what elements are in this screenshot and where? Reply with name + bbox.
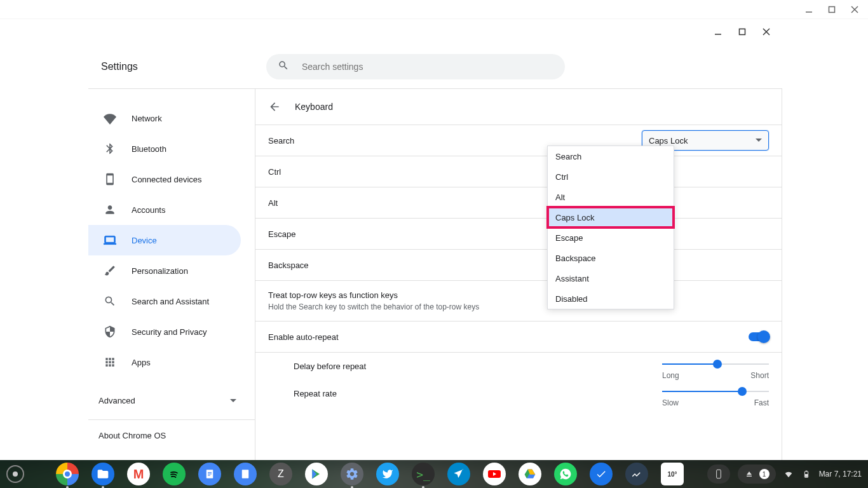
- system-tray[interactable]: 1 Mar 7, 17:21: [707, 464, 862, 484]
- slider-max-label: Short: [750, 371, 769, 380]
- setting-row-function-keys: Treat top-row keys as function keys Hold…: [255, 280, 782, 321]
- bluetooth-icon: [104, 142, 116, 155]
- youtube-icon[interactable]: [483, 463, 506, 485]
- sidebar-item-device[interactable]: Device: [88, 225, 241, 255]
- outer-minimize-button[interactable]: [799, 2, 818, 17]
- svg-rect-18: [805, 474, 808, 477]
- dropdown-option-caps-lock[interactable]: Caps Lock: [548, 207, 674, 227]
- settings-body: Network Bluetooth Connected devices Acco…: [88, 89, 782, 460]
- weather-widget-icon[interactable]: 10°: [661, 463, 684, 485]
- search-input[interactable]: [302, 62, 553, 72]
- sidebar-item-connected-devices[interactable]: Connected devices: [88, 164, 241, 194]
- sidebar-item-label: Bluetooth: [132, 144, 166, 154]
- back-button[interactable]: [268, 100, 281, 113]
- setting-label: Ctrl: [268, 167, 281, 177]
- inner-close-button[interactable]: [757, 24, 776, 39]
- outer-window: Settings Network Bluetooth Connected dev…: [0, 0, 868, 460]
- taskbar: M Z >_ 10° 1 Mar 7, 17:21: [0, 460, 868, 488]
- sidebar-item-personalization[interactable]: Personalization: [88, 255, 241, 286]
- outer-titlebar: [0, 0, 868, 19]
- dropdown-option-search[interactable]: Search: [548, 146, 674, 166]
- auto-repeat-toggle[interactable]: [749, 332, 769, 341]
- docs-icon[interactable]: [198, 463, 221, 485]
- svg-rect-14: [716, 470, 721, 478]
- gmail-icon[interactable]: M: [127, 463, 150, 485]
- outer-maximize-button[interactable]: [822, 2, 841, 17]
- sidebar-item-apps[interactable]: Apps: [88, 347, 241, 377]
- slider-min-label: Slow: [662, 398, 679, 407]
- launcher-button[interactable]: [6, 465, 24, 483]
- select-value: Caps Lock: [649, 136, 688, 146]
- twitter-icon[interactable]: [376, 463, 399, 485]
- svg-rect-17: [805, 471, 807, 471]
- telegram-icon[interactable]: [447, 463, 470, 485]
- setting-label: Escape: [268, 229, 295, 239]
- dropdown-option-assistant[interactable]: Assistant: [548, 268, 674, 288]
- sidebar-item-network[interactable]: Network: [88, 103, 241, 133]
- chrome-icon[interactable]: [56, 463, 79, 485]
- search-icon: [278, 60, 289, 74]
- svg-rect-1: [829, 6, 835, 12]
- search-icon: [104, 295, 116, 308]
- drive-icon[interactable]: [519, 463, 541, 485]
- play-store-icon[interactable]: [305, 463, 328, 485]
- dropdown-option-backspace[interactable]: Backspace: [548, 248, 674, 268]
- svg-rect-12: [242, 470, 249, 478]
- dropdown-option-ctrl[interactable]: Ctrl: [548, 166, 674, 187]
- inner-maximize-button[interactable]: [733, 24, 752, 39]
- app-z-icon[interactable]: Z: [269, 463, 292, 485]
- spotify-icon[interactable]: [163, 463, 186, 485]
- sidebar-item-accounts[interactable]: Accounts: [88, 194, 241, 225]
- sidebar-item-label: Apps: [132, 358, 151, 367]
- outer-close-button[interactable]: [845, 2, 864, 17]
- page-title: Keyboard: [295, 102, 333, 112]
- whatsapp-icon[interactable]: [554, 463, 577, 485]
- inner-minimize-button[interactable]: [709, 24, 728, 39]
- settings-icon[interactable]: [341, 463, 363, 485]
- sidebar-item-label: Personalization: [132, 266, 188, 276]
- analytics-app-icon[interactable]: [625, 463, 648, 485]
- search-box[interactable]: [266, 54, 565, 79]
- setting-row-alt: Alt: [255, 187, 782, 218]
- setting-row-auto-repeat: Enable auto-repeat: [255, 321, 782, 352]
- sidebar-item-label: Security and Privacy: [132, 327, 207, 337]
- sidebar-advanced-toggle[interactable]: Advanced: [88, 385, 255, 416]
- search-key-dropdown: Search Ctrl Alt Caps Lock Escape Backspa…: [547, 146, 674, 309]
- chevron-down-icon: [229, 396, 237, 404]
- setting-row-backspace: Backspace: [255, 249, 782, 280]
- setting-label: Enable auto-repeat: [268, 332, 339, 342]
- sidebar-item-search-assistant[interactable]: Search and Assistant: [88, 286, 241, 316]
- tray-phone-pill[interactable]: [707, 464, 730, 484]
- sidebar-item-label: Connected devices: [132, 175, 202, 184]
- slider-group-rate: Repeat rate SlowFast: [255, 380, 782, 407]
- setting-label: Backspace: [268, 261, 309, 270]
- clock: Mar 7, 17:21: [819, 470, 862, 478]
- sidebar-about[interactable]: About Chrome OS: [88, 420, 255, 451]
- dropdown-option-alt[interactable]: Alt: [548, 187, 674, 207]
- sidebar-item-bluetooth[interactable]: Bluetooth: [88, 133, 241, 164]
- settings-window: Settings Network Bluetooth Connected dev…: [88, 19, 782, 460]
- checkmark-app-icon[interactable]: [590, 463, 613, 485]
- brush-icon: [104, 264, 116, 277]
- delay-slider[interactable]: LongShort: [662, 363, 769, 380]
- setting-label: Search: [268, 136, 294, 146]
- terminal-icon[interactable]: >_: [412, 463, 435, 485]
- files-icon[interactable]: [92, 463, 114, 485]
- sidebar-item-label: Accounts: [132, 205, 165, 215]
- tray-notification-pill[interactable]: 1: [738, 464, 776, 484]
- svg-rect-10: [208, 473, 212, 474]
- dropdown-option-disabled[interactable]: Disabled: [548, 288, 674, 309]
- about-label: About Chrome OS: [98, 431, 166, 440]
- docs-2-icon[interactable]: [234, 463, 257, 485]
- slider-min-label: Long: [662, 371, 679, 380]
- sidebar-item-security-privacy[interactable]: Security and Privacy: [88, 316, 241, 347]
- sidebar-item-label: Network: [132, 114, 162, 123]
- rate-slider[interactable]: SlowFast: [662, 391, 769, 407]
- chevron-down-icon: [756, 137, 762, 144]
- dropdown-option-escape[interactable]: Escape: [548, 227, 674, 248]
- svg-rect-9: [208, 472, 212, 473]
- notification-badge: 1: [759, 469, 770, 479]
- setting-label: Treat top-row keys as function keys: [268, 290, 398, 300]
- devices-icon: [104, 173, 116, 186]
- account-icon: [104, 203, 116, 216]
